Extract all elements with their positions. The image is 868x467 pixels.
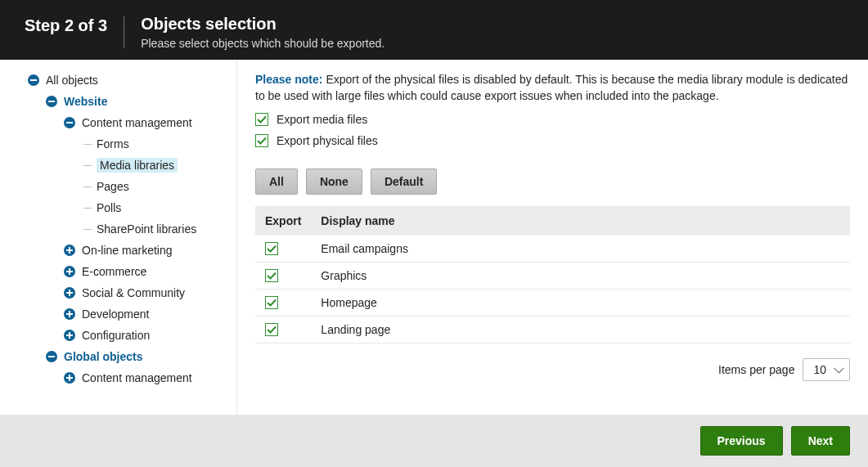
tree-label: E-commerce <box>82 265 146 278</box>
note-text-block: Please note: Export of the physical file… <box>255 71 850 105</box>
row-name: Landing page <box>311 316 850 343</box>
tree-node-ecommerce[interactable]: E-commerce <box>0 261 236 282</box>
tree-label: Social & Community <box>82 286 185 299</box>
row-checkbox[interactable] <box>265 242 278 255</box>
tree-label: Pages <box>97 180 129 193</box>
tree-node-all-objects[interactable]: All objects <box>0 70 236 91</box>
tree-node-content-management[interactable]: Content management <box>0 112 236 133</box>
object-tree[interactable]: All objects Website <box>0 60 237 415</box>
tree-node-pages[interactable]: Pages <box>0 176 236 197</box>
checkbox-label: Export physical files <box>277 134 378 147</box>
leaf-icon <box>83 186 92 187</box>
table-row: Email campaigns <box>255 236 850 263</box>
expand-icon[interactable] <box>64 266 75 277</box>
leaf-icon <box>83 208 92 209</box>
tree-node-website[interactable]: Website <box>0 91 236 112</box>
row-name: Graphics <box>311 262 850 289</box>
page-subtitle: Please select objects which should be ex… <box>141 37 385 50</box>
check-icon <box>257 115 267 124</box>
objects-table: Export Display name Email campaigns Grap… <box>255 206 850 344</box>
wizard-header: Step 2 of 3 Objects selection Please sel… <box>0 0 868 60</box>
wizard-body: All objects Website <box>0 60 868 415</box>
tree-label: Forms <box>97 137 129 150</box>
collapse-icon[interactable] <box>46 96 57 107</box>
expand-icon[interactable] <box>64 330 75 341</box>
check-icon <box>257 136 267 146</box>
object-settings: Please note: Export of the physical file… <box>237 60 868 415</box>
note-body: Export of the physical files is disabled… <box>255 73 848 102</box>
expand-icon[interactable] <box>64 372 75 384</box>
row-checkbox[interactable] <box>265 296 278 309</box>
tree-label: SharePoint libraries <box>97 222 196 236</box>
export-media-files-row: Export media files <box>255 113 850 126</box>
tree-node-online-marketing[interactable]: On-line marketing <box>0 240 236 261</box>
previous-button[interactable]: Previous <box>700 426 783 456</box>
tree-node-development[interactable]: Development <box>0 303 236 325</box>
step-indicator: Step 2 of 3 <box>25 15 124 35</box>
tree-node-polls[interactable]: Polls <box>0 197 236 218</box>
next-button[interactable]: Next <box>791 426 850 456</box>
table-row: Homepage <box>255 289 850 316</box>
tree-label: Content management <box>82 116 192 129</box>
expand-icon[interactable] <box>64 308 75 320</box>
note-label: Please note: <box>255 73 322 86</box>
column-display-name[interactable]: Display name <box>311 206 850 236</box>
table-row: Landing page <box>255 316 850 343</box>
tree-label: Global objects <box>64 350 142 363</box>
select-all-button[interactable]: All <box>255 168 298 195</box>
tree-label: On-line marketing <box>82 244 173 257</box>
leaf-icon <box>83 229 92 230</box>
select-none-button[interactable]: None <box>306 168 362 195</box>
tree-node-media-libraries[interactable]: Media libraries <box>0 155 236 176</box>
items-per-page-select[interactable]: 10 <box>803 358 850 381</box>
selection-buttons: All None Default <box>255 168 850 195</box>
checkbox-label: Export media files <box>277 113 367 126</box>
tree-label: All objects <box>46 74 98 87</box>
page-title: Objects selection <box>141 15 385 34</box>
tree-node-global-objects[interactable]: Global objects <box>0 346 236 367</box>
tree-label: Polls <box>97 201 121 214</box>
check-icon <box>267 298 277 308</box>
select-value: 10 <box>813 363 826 376</box>
row-checkbox[interactable] <box>265 323 278 336</box>
items-per-page-label: Items per page <box>718 363 794 376</box>
pager: Items per page 10 <box>255 358 850 388</box>
tree-node-forms[interactable]: Forms <box>0 133 236 155</box>
wizard-footer: Previous Next <box>0 415 868 467</box>
export-media-files-checkbox[interactable] <box>255 113 268 126</box>
select-default-button[interactable]: Default <box>371 168 437 195</box>
collapse-icon[interactable] <box>28 74 39 86</box>
row-checkbox[interactable] <box>265 269 278 282</box>
expand-icon[interactable] <box>64 245 75 256</box>
row-name: Homepage <box>311 289 850 316</box>
tree-label: Media libraries <box>97 158 178 173</box>
tree-node-configuration[interactable]: Configuration <box>0 325 236 346</box>
tree-node-sharepoint[interactable]: SharePoint libraries <box>0 218 236 240</box>
check-icon <box>267 325 277 335</box>
column-export[interactable]: Export <box>255 206 311 236</box>
check-icon <box>267 244 277 254</box>
header-text: Objects selection Please select objects … <box>124 15 385 50</box>
export-physical-files-checkbox[interactable] <box>255 134 268 147</box>
tree-node-social[interactable]: Social & Community <box>0 282 236 303</box>
collapse-icon[interactable] <box>46 351 57 362</box>
check-icon <box>267 271 277 281</box>
export-physical-files-row: Export physical files <box>255 134 850 147</box>
wizard-dialog: Step 2 of 3 Objects selection Please sel… <box>0 0 868 467</box>
leaf-icon <box>83 165 92 166</box>
tree-label: Configuration <box>82 329 150 342</box>
row-name: Email campaigns <box>311 236 850 263</box>
expand-icon[interactable] <box>64 287 75 299</box>
leaf-icon <box>83 144 92 145</box>
tree-label: Website <box>64 95 107 108</box>
collapse-icon[interactable] <box>64 117 75 128</box>
tree-label: Content management <box>82 371 192 384</box>
tree-label: Development <box>82 308 150 321</box>
table-row: Graphics <box>255 262 850 289</box>
tree-node-global-content-management[interactable]: Content management <box>0 367 236 388</box>
